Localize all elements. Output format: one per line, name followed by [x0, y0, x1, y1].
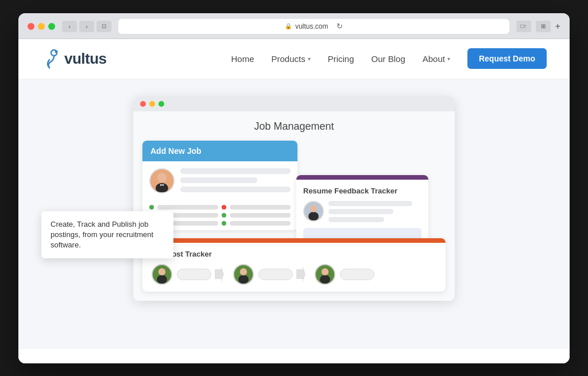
job-post-tracker-panel: Job Post Tracker [142, 238, 446, 292]
tracker-item-2 [233, 264, 305, 285]
mockup-body: Job Management Add New Job [133, 111, 455, 301]
job-post-panel-body: Job Post Tracker [142, 243, 446, 292]
nav-products[interactable]: Products ▾ [272, 54, 311, 64]
tracker-item-1 [152, 264, 224, 285]
svg-point-18 [322, 268, 328, 275]
request-demo-button[interactable]: Request Demo [467, 48, 547, 69]
tracker-avatar-3 [315, 264, 335, 285]
mockup-close [140, 101, 146, 107]
svg-point-12 [158, 268, 165, 275]
tracker-item-3 [315, 264, 374, 285]
lock-icon: 🔒 [285, 23, 292, 29]
check-dot-green-4 [222, 221, 226, 226]
check-line-6 [230, 221, 291, 226]
address-bar[interactable]: 🔒 vultus.com ↻ [118, 19, 509, 34]
browser-chrome: ‹ › ⊡ 🔒 vultus.com ↻ □↑ ⊞ + [18, 13, 570, 39]
form-field-3 [180, 187, 291, 192]
tracker-badge-3 [340, 269, 374, 280]
check-line-2 [230, 205, 291, 210]
browser-nav-buttons: ‹ › ⊡ [62, 21, 111, 32]
mockup-maximize [158, 101, 164, 107]
resume-person-svg [304, 202, 323, 220]
close-button[interactable] [28, 23, 34, 30]
sidebar-button[interactable]: ⊡ [96, 21, 111, 32]
forward-button[interactable]: › [79, 21, 94, 32]
job-post-panel-wrapper: Job Post Tracker [142, 238, 446, 292]
tabs-button[interactable]: ⊞ [536, 21, 551, 32]
badge-arrow-2 [296, 266, 305, 282]
nav-pricing[interactable]: Pricing [328, 54, 354, 64]
logo-text: vultus [64, 50, 107, 68]
svg-point-1 [55, 51, 58, 53]
tracker-badge-1 [177, 266, 224, 282]
mockup-minimize [149, 101, 155, 107]
tracker-avatar-1 [152, 264, 172, 285]
badge-pill-1 [177, 269, 211, 280]
minimize-button[interactable] [38, 23, 45, 30]
products-chevron: ▾ [308, 56, 311, 62]
resume-field-1 [328, 201, 412, 206]
check-dot-green-3 [222, 213, 226, 218]
tracker-row [152, 264, 436, 285]
checklist-row-1 [149, 205, 291, 210]
badge-pill-3 [340, 269, 374, 280]
resume-fields [328, 201, 421, 222]
navbar: vultus Home Products ▾ Pricing Our Blog … [18, 39, 570, 79]
logo-icon [41, 48, 62, 69]
maximize-button[interactable] [48, 23, 55, 30]
nav-home[interactable]: Home [231, 54, 254, 64]
url-text: vultus.com [295, 22, 328, 30]
nav-blog[interactable]: Our Blog [372, 54, 405, 64]
back-button[interactable]: ‹ [62, 21, 77, 32]
nav-about[interactable]: About ▾ [423, 54, 450, 64]
resume-card [303, 201, 421, 222]
resume-avatar [303, 201, 324, 222]
browser-window: ‹ › ⊡ 🔒 vultus.com ↻ □↑ ⊞ + [18, 13, 570, 363]
hero-section: Create, Track and Publish job postings, … [18, 79, 570, 349]
job-post-panel-title: Job Post Tracker [152, 250, 436, 258]
tracker-person-1 [153, 265, 171, 284]
badge-pill-2 [258, 269, 293, 280]
about-chevron: ▾ [447, 56, 450, 62]
job-post-panel-header-bar [142, 238, 446, 243]
nav-links: Home Products ▾ Pricing Our Blog About ▾ [231, 54, 450, 64]
person-svg [150, 169, 173, 192]
tooltip-text: Create, Track and Publish job postings, … [51, 220, 153, 249]
job-management-title: Job Management [142, 121, 446, 133]
job-avatar [149, 168, 175, 193]
tracker-avatar-2 [233, 264, 254, 285]
check-line-4 [230, 213, 291, 218]
tracker-person-3 [316, 265, 334, 284]
tracker-badge-2 [258, 266, 305, 282]
job-card-body [142, 161, 297, 200]
tracker-person-2 [234, 265, 253, 284]
website-content: vultus Home Products ▾ Pricing Our Blog … [18, 39, 570, 363]
mockup-titlebar [133, 96, 455, 111]
svg-point-9 [310, 205, 317, 212]
dashboard-mockup: Job Management Add New Job [133, 96, 455, 301]
resume-field-2 [328, 209, 393, 214]
svg-point-4 [157, 173, 167, 182]
new-tab-button[interactable]: + [555, 21, 560, 32]
browser-actions: □↑ ⊞ + [516, 21, 560, 32]
tooltip-box: Create, Track and Publish job postings, … [41, 211, 173, 259]
form-field-2 [180, 177, 257, 183]
check-dot-green-1 [149, 205, 154, 210]
badge-arrow-1 [215, 266, 224, 282]
logo[interactable]: vultus [41, 48, 107, 69]
resume-panel-title: Resume Feedback Tracker [303, 187, 421, 195]
resume-panel-header-bar [296, 175, 428, 180]
refresh-icon[interactable]: ↻ [336, 22, 343, 30]
check-line-1 [157, 205, 218, 210]
svg-point-15 [240, 268, 247, 275]
check-dot-red-1 [222, 205, 226, 210]
form-field-1 [180, 168, 291, 174]
add-new-job-header: Add New Job [142, 141, 297, 161]
share-button[interactable]: □↑ [516, 21, 531, 32]
resume-field-3 [328, 217, 384, 222]
traffic-lights [28, 23, 55, 30]
job-form-fields [180, 168, 291, 193]
